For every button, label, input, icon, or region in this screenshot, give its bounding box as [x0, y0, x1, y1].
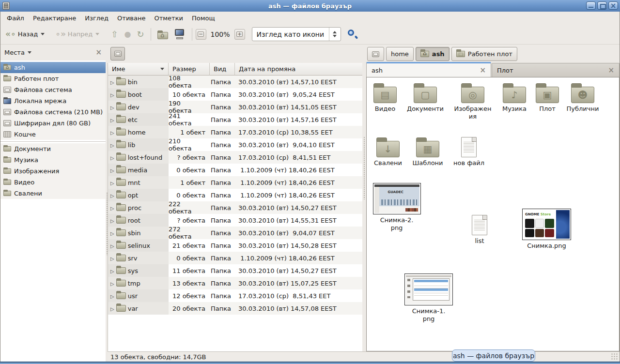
- view-mode-spinner-icon[interactable]: [329, 28, 341, 41]
- expander-icon[interactable]: [110, 91, 114, 98]
- zoom-in-button[interactable]: +: [234, 29, 245, 40]
- reload-button[interactable]: ↻: [134, 28, 147, 41]
- table-row[interactable]: sys 11 обекта Папка 30.03.2010 (вт) 14,5…: [108, 264, 362, 277]
- column-header-date[interactable]: Дата на промяна: [235, 63, 362, 76]
- up-button[interactable]: ⇧: [108, 28, 121, 41]
- table-row[interactable]: usr 12 обекта Папка 17.03.2010 (ср) 8,51…: [108, 289, 362, 302]
- expander-icon[interactable]: [110, 179, 114, 186]
- pathbar-home-button[interactable]: home: [386, 47, 414, 61]
- minimize-button[interactable]: [586, 1, 596, 10]
- pathbar-ash-button[interactable]: ash: [416, 47, 450, 61]
- expander-icon[interactable]: [110, 129, 114, 136]
- sidebar-place-item[interactable]: ash: [0, 62, 106, 73]
- image-file-snimka2[interactable]: GUADEC Снимка-2. png: [372, 183, 421, 232]
- folder-item[interactable]: ◎ Изображен ия: [454, 83, 491, 121]
- zoom-out-button[interactable]: −: [196, 29, 206, 40]
- tab-ash[interactable]: ash ×: [366, 62, 491, 77]
- sidebar-title[interactable]: Места: [4, 49, 25, 56]
- table-row[interactable]: proc 222 обекта Папка 30.03.2010 (вт) 14…: [108, 201, 362, 214]
- expander-icon[interactable]: [110, 242, 114, 249]
- table-row[interactable]: home 1 обект Папка 17.03.2010 (ср) 10,38…: [108, 126, 362, 138]
- sidebar-place-item[interactable]: Локална мрежа: [0, 95, 106, 106]
- sidebar-place-item[interactable]: Файлова система (210 MB): [0, 106, 106, 118]
- sidebar-place-item[interactable]: Файлова система: [0, 84, 106, 95]
- menu-item[interactable]: Отиване: [113, 13, 150, 24]
- table-row[interactable]: root ? обекта Папка 30.03.2010 (вт) 14,5…: [108, 214, 362, 227]
- sidebar-place-item[interactable]: Изображения: [0, 166, 106, 177]
- expander-icon[interactable]: [110, 154, 114, 161]
- expander-icon[interactable]: [110, 104, 114, 111]
- folder-item[interactable]: ↓ Свалени: [370, 137, 406, 167]
- resize-grip[interactable]: [611, 353, 619, 361]
- search-button[interactable]: [347, 29, 358, 40]
- table-row[interactable]: mnt 1 обект Папка 1.10.2009 (чт) 18,40,2…: [108, 176, 362, 189]
- sidebar-place-item[interactable]: Документи: [0, 143, 106, 154]
- table-row[interactable]: sbin 272 обекта Папка 30.03.2010 (вт) 9,…: [108, 227, 362, 239]
- expander-icon[interactable]: [110, 217, 114, 224]
- sidebar-place-item[interactable]: Музика: [0, 154, 106, 166]
- expander-icon[interactable]: [110, 255, 114, 262]
- pathbar-root-button[interactable]: [367, 47, 384, 61]
- table-row[interactable]: media 0 обекта Папка 1.10.2009 (чт) 18,4…: [108, 164, 362, 176]
- sidebar-place-item[interactable]: Работен плот: [0, 73, 106, 84]
- image-file-snimka1[interactable]: Снимка-1. png: [404, 273, 453, 323]
- table-row[interactable]: bin 108 обекта Папка 30.03.2010 (вт) 14,…: [108, 76, 362, 88]
- expander-icon[interactable]: [110, 229, 114, 237]
- expander-icon[interactable]: [110, 204, 114, 212]
- sidebar-place-item[interactable]: Кошче: [0, 129, 106, 140]
- stop-button[interactable]: ●: [121, 29, 134, 40]
- filesystem-path-button[interactable]: [110, 47, 125, 61]
- view-mode-select[interactable]: Изглед като икони: [252, 27, 341, 41]
- expander-icon[interactable]: [110, 78, 114, 86]
- table-row[interactable]: dev 190 обекта Папка 30.03.2010 (вт) 14,…: [108, 101, 362, 113]
- folder-item[interactable]: ▦ Шаблони: [409, 137, 446, 167]
- expander-icon[interactable]: [110, 116, 114, 123]
- image-file-snimka[interactable]: GNOME Store Снимка.png: [522, 209, 571, 250]
- back-button[interactable]: «∘ Назад: [2, 28, 47, 40]
- pane-splitter[interactable]: [362, 45, 366, 362]
- sidebar-mode-caret-icon[interactable]: [28, 51, 31, 54]
- close-button[interactable]: [608, 1, 618, 10]
- table-row[interactable]: lost+found ? обекта Папка 17.03.2010 (ср…: [108, 151, 362, 164]
- back-history-caret-icon[interactable]: [41, 33, 45, 35]
- column-header-size[interactable]: Размер: [169, 63, 210, 76]
- expander-icon[interactable]: [110, 305, 114, 312]
- table-row[interactable]: lib 210 обекта Папка 30.03.2010 (вт) 9,0…: [108, 138, 362, 151]
- folder-item[interactable]: ▤ Видео: [367, 83, 403, 113]
- folder-item[interactable]: ♪ Музика: [496, 83, 533, 113]
- sidebar-place-item[interactable]: Видео: [0, 177, 106, 188]
- maximize-button[interactable]: [597, 1, 607, 10]
- sidebar-place-item[interactable]: Шифриран дял (80 GB): [0, 118, 106, 129]
- forward-button[interactable]: ∘» Напред: [52, 28, 102, 40]
- column-header-name[interactable]: Име: [108, 63, 169, 76]
- table-row[interactable]: srv 0 обекта Папка 1.10.2009 (чт) 18,40,…: [108, 252, 362, 264]
- file-list[interactable]: list: [461, 215, 498, 245]
- computer-button[interactable]: [171, 27, 188, 42]
- sidebar-close-icon[interactable]: ×: [95, 49, 102, 56]
- table-row[interactable]: selinux 21 обекта Папка 30.03.2010 (вт) …: [108, 239, 362, 252]
- sidebar-place-item[interactable]: Свалени: [0, 188, 106, 199]
- folder-item[interactable]: нов файл: [450, 137, 487, 167]
- home-button[interactable]: [155, 28, 171, 41]
- folder-item[interactable]: ▣ Плот: [529, 83, 566, 113]
- menu-item[interactable]: Файл: [2, 13, 29, 24]
- taskbar-window-button[interactable]: ash — файлов браузър: [452, 349, 535, 362]
- table-row[interactable]: tmp 13 обекта Папка 30.03.2010 (вт) 15,0…: [108, 277, 362, 289]
- expander-icon[interactable]: [110, 292, 114, 300]
- tab-desktop[interactable]: Плот ×: [492, 63, 620, 77]
- icon-grid[interactable]: ▤ Видео ▢ Документи ◎ Изображен ия: [366, 77, 620, 351]
- folder-item[interactable]: ☻ Публични: [564, 83, 601, 113]
- menu-item[interactable]: Изглед: [80, 13, 113, 24]
- expander-icon[interactable]: [110, 141, 114, 149]
- expander-icon[interactable]: [110, 167, 114, 174]
- menu-item[interactable]: Редактиране: [29, 13, 80, 24]
- table-row[interactable]: var 20 обекта Папка 30.03.2010 (вт) 14,5…: [108, 302, 362, 315]
- expander-icon[interactable]: [110, 192, 114, 199]
- tab-close-icon[interactable]: ×: [480, 67, 486, 74]
- table-row[interactable]: opt 0 обекта Папка 1.10.2009 (чт) 18,40,…: [108, 189, 362, 201]
- expander-icon[interactable]: [110, 267, 114, 274]
- column-header-kind[interactable]: Вид: [210, 63, 235, 76]
- expander-icon[interactable]: [110, 280, 114, 287]
- pathbar-desktop-button[interactable]: Работен плот: [451, 47, 517, 61]
- folder-item[interactable]: ▢ Документи: [407, 83, 444, 113]
